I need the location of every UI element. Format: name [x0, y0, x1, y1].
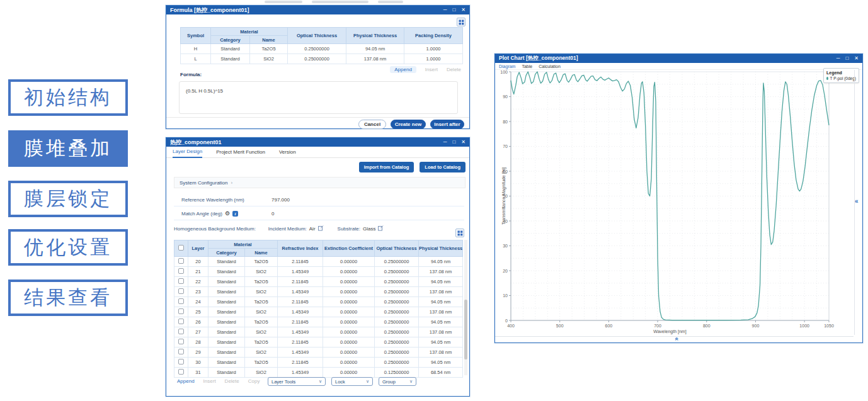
row-checkbox[interactable] [178, 349, 184, 354]
sidebar-button-1[interactable]: 初始结构 [8, 79, 128, 116]
row-checkbox[interactable] [178, 339, 184, 344]
row-checkbox[interactable] [178, 298, 184, 304]
svg-text:20: 20 [503, 269, 508, 273]
table-row[interactable]: 29StandardSiO21.453490.000000.2500000013… [174, 347, 463, 358]
layer-append-button[interactable]: Append [177, 378, 195, 384]
info-icon[interactable]: i [232, 211, 238, 217]
sidebar-button-5[interactable]: 结果查看 [8, 280, 128, 316]
background-medium-label: Homogeneous Background Medium: [174, 226, 256, 232]
table-row[interactable]: HStandardTa2O50.2500000094.05 nm1.0000 [181, 44, 463, 54]
incident-medium-value[interactable]: Air [309, 226, 316, 232]
tab-version[interactable]: Version [279, 149, 296, 155]
edit-icon[interactable] [318, 225, 324, 232]
table-row[interactable]: 30StandardTa2O52.118450.000000.250000009… [174, 358, 463, 368]
chevron-right-icon: › [231, 180, 232, 186]
fit-columns-button[interactable] [457, 18, 465, 26]
table-scrollbar[interactable] [464, 240, 467, 375]
select-all-checkbox[interactable] [178, 245, 184, 251]
table-row[interactable]: 25StandardSiO21.453490.000000.2500000013… [174, 307, 463, 317]
formula-insert-button[interactable]: Insert [425, 67, 438, 72]
sidebar-button-2[interactable]: 膜堆叠加 [8, 130, 128, 167]
formula-dialog-title: Formula [热控_component01] [170, 6, 443, 14]
table-row[interactable]: 21StandardSiO21.453490.000000.2500000013… [174, 267, 463, 277]
maximize-icon[interactable]: □ [452, 138, 455, 147]
tab-layer-design[interactable]: Layer Design [173, 147, 202, 158]
fit-columns-button[interactable] [455, 229, 464, 237]
table-grid-icon [459, 20, 464, 25]
lock-dropdown[interactable]: Lock∨ [331, 377, 373, 386]
layer-insert-button[interactable]: Insert [203, 378, 216, 384]
layer-copy-button[interactable]: Copy [248, 378, 260, 384]
svg-text:70: 70 [503, 144, 508, 149]
formula-input[interactable]: (0.5L H 0.5L)^15 [179, 81, 458, 114]
create-new-button[interactable]: Create new [391, 120, 426, 129]
svg-text:700: 700 [654, 324, 661, 328]
insert-after-button[interactable]: Insert after [430, 120, 464, 129]
layer-tools-dropdown[interactable]: Layer Tools∨ [268, 377, 326, 386]
layer-design-titlebar[interactable]: 热控_component01 ─ □ ✕ [166, 138, 469, 147]
close-icon[interactable]: ✕ [461, 6, 465, 14]
row-checkbox[interactable] [178, 319, 184, 324]
sidebar-button-3[interactable]: 膜层锁定 [8, 181, 128, 217]
table-row[interactable]: 27StandardSiO21.453490.000000.2500000013… [174, 327, 463, 337]
sidebar-button-4[interactable]: 优化设置 [8, 229, 128, 266]
tab-project-merit-function[interactable]: Project Merit Function [216, 149, 265, 155]
svg-text:800: 800 [703, 324, 711, 328]
table-row[interactable]: 31StandardSiO21.453490.000000.1250000068… [174, 368, 463, 378]
bottom-panel-expand-handle[interactable]: « [673, 337, 680, 341]
tab-diagram[interactable]: Diagram [499, 64, 515, 69]
import-from-catalog-button[interactable]: Import from Catalog [359, 162, 414, 172]
row-checkbox[interactable] [178, 278, 184, 284]
minimize-icon[interactable]: ─ [443, 6, 447, 14]
svg-text:1000: 1000 [799, 324, 809, 328]
maximize-icon[interactable]: □ [452, 6, 455, 14]
tab-table[interactable]: Table [522, 64, 532, 69]
tab-calculation[interactable]: Calculation [539, 64, 561, 69]
col-material: Material [208, 240, 278, 249]
formula-dialog-titlebar[interactable]: Formula [热控_component01] ─ □ ✕ [166, 6, 469, 14]
table-row[interactable]: LStandardSiO20.25000000137.08 nm1.0000 [181, 54, 463, 64]
formula-append-button[interactable]: Append [390, 66, 416, 73]
close-icon[interactable]: ✕ [461, 138, 465, 147]
table-row[interactable]: 26StandardTa2O52.118450.000000.250000009… [174, 317, 463, 327]
col-name: Name [250, 36, 288, 44]
maximize-icon[interactable]: □ [845, 54, 848, 63]
col-name: Name [245, 249, 278, 257]
svg-text:0: 0 [505, 319, 508, 323]
table-row[interactable]: 23StandardSiO21.453490.000000.2500000013… [174, 287, 463, 297]
substrate-value[interactable]: Glass [363, 226, 375, 232]
row-checkbox[interactable] [178, 258, 184, 264]
match-angle-value[interactable]: 0 [271, 211, 274, 217]
group-dropdown[interactable]: Group∨ [379, 377, 416, 386]
table-row[interactable]: 20StandardTa2O52.118450.000000.250000009… [174, 257, 463, 267]
table-row[interactable]: 24StandardTa2O52.118450.000000.250000009… [174, 297, 463, 307]
chevron-down-icon: ∨ [409, 379, 413, 384]
system-configuration-expander[interactable]: System Configuration › [174, 177, 465, 188]
row-checkbox[interactable] [178, 369, 184, 375]
load-to-catalog-button[interactable]: Load to Catalog [420, 162, 465, 172]
cancel-button[interactable]: Cancel [358, 120, 386, 129]
legend-marker [826, 77, 828, 80]
side-panel-expand-handle[interactable]: « [855, 198, 859, 205]
table-row[interactable]: 28StandardTa2O52.118450.000000.250000009… [174, 337, 463, 347]
col-symbol: Symbol [181, 28, 211, 44]
minimize-icon[interactable]: ─ [443, 138, 447, 147]
chevron-down-icon: ∨ [366, 379, 369, 384]
row-checkbox[interactable] [178, 288, 184, 294]
row-checkbox[interactable] [178, 359, 184, 364]
formula-delete-button[interactable]: Delete [447, 67, 461, 72]
scrollbar-thumb[interactable] [464, 300, 467, 359]
desktop: 初始结构膜堆叠加膜层锁定优化设置结果查看 Formula [热控_compone… [0, 0, 868, 401]
transmittance-chart[interactable]: 0102030405060708090100400500600700800900… [495, 70, 864, 328]
row-checkbox[interactable] [178, 268, 184, 274]
layer-delete-button[interactable]: Delete [225, 378, 239, 384]
row-checkbox[interactable] [178, 329, 184, 334]
plot-chart-titlebar[interactable]: Plot Chart [热控_component01] ─ □ ✕ [495, 54, 862, 63]
reference-wavelength-value[interactable]: 797.000 [271, 197, 290, 203]
minimize-icon[interactable]: ─ [837, 54, 840, 63]
gear-icon[interactable]: ⚙ [225, 211, 230, 217]
row-checkbox[interactable] [178, 308, 184, 314]
edit-icon[interactable] [378, 225, 384, 232]
table-row[interactable]: 22StandardTa2O52.118450.000000.250000009… [174, 277, 463, 287]
close-icon[interactable]: ✕ [854, 54, 859, 63]
